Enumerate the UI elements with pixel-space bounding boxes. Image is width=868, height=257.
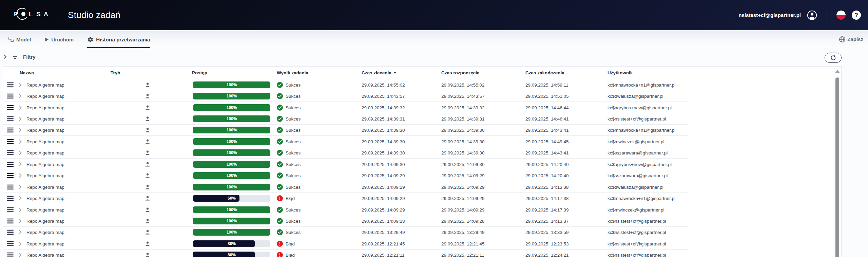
row-expand-chevron-icon[interactable] — [19, 116, 22, 121]
user-value: kc$mnawrocka+n1@gispartner.pl — [607, 196, 675, 201]
progress-label: 60% — [193, 195, 270, 202]
column-header-label: Czas zlecenia — [362, 70, 391, 75]
row-expand-chevron-icon[interactable] — [19, 185, 22, 189]
result-label: Sukces — [286, 173, 301, 178]
czas-zlecenia-value: 29.09.2025, 12:21:45 — [362, 241, 405, 246]
table-body: Repo Algebra map 100% Sukces 29.09.2025,… — [3, 79, 841, 257]
help-icon[interactable]: ? — [852, 11, 861, 20]
row-expand-chevron-icon[interactable] — [19, 94, 22, 98]
result-icon — [277, 150, 283, 156]
czas-zlecenia-value: 29.09.2025, 14:09:29 — [362, 184, 405, 189]
czas-zakonczenia-value: 29.09.2025, 14:17:39 — [525, 207, 569, 212]
result-icon — [277, 218, 283, 224]
expand-chevron-icon[interactable] — [3, 54, 7, 59]
row-menu-icon[interactable] — [7, 253, 14, 257]
save-button[interactable]: Zapisz — [839, 30, 863, 48]
progress-bar: 100% — [193, 115, 270, 122]
play-icon — [44, 37, 49, 42]
row-name: Repo Algebra map — [26, 173, 64, 178]
czas-rozpoczecia-value: 29.09.2025, 14:09:29 — [441, 184, 485, 189]
result-label: Sukces — [286, 139, 301, 144]
progress-label: 100% — [193, 93, 270, 99]
row-menu-icon[interactable] — [7, 241, 14, 246]
success-check-icon — [277, 127, 283, 133]
row-expand-chevron-icon[interactable] — [19, 105, 22, 110]
result-label: Sukces — [286, 162, 301, 167]
row-expand-chevron-icon[interactable] — [19, 173, 22, 178]
table-row: Repo Algebra map 100% Sukces 29.09.2025,… — [3, 159, 841, 170]
column-header-czas-zlecenia[interactable]: Czas zlecenia — [362, 70, 397, 75]
table-row: Repo Algebra map 100% Sukces 29.09.2025,… — [3, 125, 841, 136]
row-menu-icon[interactable] — [7, 128, 14, 133]
success-check-icon — [277, 218, 283, 224]
scrollbar-thumb[interactable] — [835, 77, 839, 257]
filters-toggle[interactable]: Filtry — [3, 51, 36, 62]
czas-zlecenia-value: 29.09.2025, 14:39:32 — [362, 105, 405, 110]
progress-label: 100% — [193, 115, 270, 122]
table-row: Repo Algebra map 100% Sukces 29.09.2025,… — [3, 204, 841, 215]
row-expand-chevron-icon[interactable] — [19, 162, 22, 167]
column-header-uzytkownik: Użytkownik — [607, 70, 633, 75]
czas-rozpoczecia-value: 29.09.2025, 14:39:31 — [441, 116, 485, 122]
vertical-scrollbar[interactable] — [834, 68, 840, 257]
row-menu-icon[interactable] — [7, 173, 14, 178]
row-expand-chevron-icon[interactable] — [19, 219, 22, 223]
tab-model[interactable]: Model — [8, 30, 31, 48]
row-expand-chevron-icon[interactable] — [19, 150, 22, 155]
filter-icon — [12, 54, 18, 59]
scroll-up-arrow-icon[interactable] — [835, 70, 840, 73]
progress-bar: 100% — [193, 184, 270, 190]
refresh-button[interactable] — [825, 53, 842, 63]
row-menu-icon[interactable] — [7, 162, 14, 167]
row-menu-icon[interactable] — [7, 207, 14, 212]
row-menu-icon[interactable] — [7, 150, 14, 155]
row-menu-icon[interactable] — [7, 139, 14, 144]
row-menu-icon[interactable] — [7, 94, 14, 99]
czas-zlecenia-value: 29.09.2025, 14:09:29 — [362, 173, 405, 178]
row-menu-icon[interactable] — [7, 184, 14, 189]
column-header-czas-zakonczenia: Czas zakończenia — [525, 70, 564, 75]
row-menu-icon[interactable] — [7, 105, 14, 110]
progress-label: 100% — [193, 218, 270, 224]
result-label: Sukces — [286, 82, 301, 87]
page-title: Studio zadań — [68, 10, 120, 20]
polish-flag-language-icon[interactable] — [836, 11, 846, 20]
success-check-icon — [277, 82, 283, 88]
progress-bar: 80% — [193, 252, 270, 257]
row-expand-chevron-icon[interactable] — [19, 82, 22, 87]
row-expand-chevron-icon[interactable] — [19, 230, 22, 235]
progress-bar: 100% — [193, 93, 270, 99]
user-value: kc$nsistest+cf@gispartner.pl — [607, 116, 666, 122]
row-menu-icon[interactable] — [7, 116, 14, 122]
user-value: kc$nsistest+cf@gispartner.pl — [607, 230, 666, 235]
czas-zlecenia-value: 29.09.2025, 14:55:02 — [362, 82, 405, 87]
row-expand-chevron-icon[interactable] — [19, 128, 22, 132]
result-icon — [277, 82, 283, 88]
result-icon — [277, 207, 283, 213]
row-menu-icon[interactable] — [7, 82, 14, 87]
manual-mode-person-icon — [144, 218, 151, 224]
account-avatar-icon[interactable] — [807, 10, 817, 20]
header-divider — [827, 11, 827, 20]
czas-zakonczenia-value: 29.09.2025, 14:49:45 — [525, 139, 569, 144]
row-expand-chevron-icon[interactable] — [19, 207, 22, 212]
user-value: kc$nsistest+cf@gispartner.pl — [607, 241, 666, 246]
row-name: Repo Algebra map — [26, 105, 64, 110]
result-icon — [277, 252, 283, 257]
row-name: Repo Algebra map — [26, 116, 64, 122]
row-expand-chevron-icon[interactable] — [19, 253, 22, 257]
row-menu-icon[interactable] — [7, 230, 14, 235]
row-menu-icon[interactable] — [7, 196, 14, 201]
table-row: Repo Algebra map 100% Sukces 29.09.2025,… — [3, 170, 841, 181]
row-menu-icon[interactable] — [7, 218, 14, 223]
row-expand-chevron-icon[interactable] — [19, 139, 22, 144]
row-expand-chevron-icon[interactable] — [19, 196, 22, 201]
progress-bar: 60% — [193, 195, 270, 202]
tab-uruchom[interactable]: Uruchom — [44, 30, 74, 48]
row-expand-chevron-icon[interactable] — [19, 241, 22, 246]
user-value: kc$mwinczek@gispartner.pl — [607, 139, 664, 144]
column-header-postep: Postęp — [192, 70, 207, 75]
result-icon — [277, 105, 283, 111]
czas-zlecenia-value: 29.09.2025, 14:09:29 — [362, 207, 405, 212]
tab-historia-przetwarzania[interactable]: Historia przetwarzania — [87, 30, 150, 48]
